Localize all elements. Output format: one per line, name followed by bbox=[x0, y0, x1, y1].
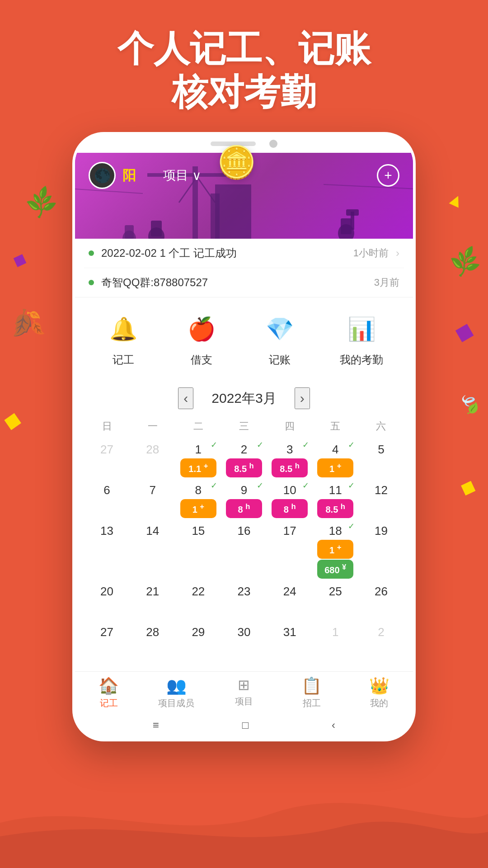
check-icon: ✓ bbox=[348, 521, 355, 531]
svg-rect-4 bbox=[215, 184, 251, 239]
day-cell-6[interactable]: 6 bbox=[84, 480, 130, 520]
notif-text-2: 奇智QQ群:878807527 bbox=[101, 275, 367, 290]
day-cell[interactable]: 28 bbox=[130, 439, 175, 480]
quick-actions: 🔔 记工 🍎 借支 💎 记账 📊 我的考勤 bbox=[75, 297, 413, 376]
svg-rect-7 bbox=[151, 221, 162, 236]
calendar-next-button[interactable]: › bbox=[295, 387, 310, 409]
day-cell-23[interactable]: 23 bbox=[221, 581, 267, 622]
coin-decoration: 🪙 bbox=[217, 144, 256, 181]
day-cell-27[interactable]: 27 bbox=[84, 622, 130, 662]
day-cell-10[interactable]: 10 ✓ 8 h bbox=[267, 480, 313, 520]
sys-back-button[interactable]: ‹ bbox=[332, 719, 335, 731]
day-cell-16[interactable]: 16 bbox=[221, 520, 267, 581]
day-cell-15[interactable]: 15 bbox=[175, 520, 221, 581]
day-cell-next-2[interactable]: 2 bbox=[358, 622, 404, 662]
jizhang-label: 记账 bbox=[269, 353, 291, 367]
check-icon: ✓ bbox=[211, 440, 217, 450]
check-icon: ✓ bbox=[211, 481, 217, 491]
day-cell-3[interactable]: 3 ✓ 8.5 h bbox=[267, 439, 313, 480]
bottom-nav: 🏠 记工 👥 项目成员 ⊞ 项目 📋 招工 👑 我的 bbox=[75, 671, 413, 712]
jiezhi-icon: 🍎 bbox=[183, 311, 220, 347]
day-badge-green: 680 ¥ bbox=[317, 560, 353, 579]
project-selector[interactable]: 项目 ∨ bbox=[163, 167, 202, 184]
calendar-header: ‹ 2022年3月 › bbox=[84, 381, 404, 416]
day-cell-11[interactable]: 11 ✓ 8.5 h bbox=[313, 480, 358, 520]
day-cell-25[interactable]: 25 bbox=[313, 581, 358, 622]
add-button[interactable]: + bbox=[377, 164, 399, 187]
nav-item-members[interactable]: 👥 项目成员 bbox=[143, 676, 211, 709]
weekday-tue: 二 bbox=[175, 416, 221, 437]
day-cell-30[interactable]: 30 bbox=[221, 622, 267, 662]
phone-frame: 🪙 bbox=[72, 132, 416, 741]
day-badge: 8.5 h bbox=[317, 499, 353, 518]
nav-mine-icon: 👑 bbox=[369, 676, 389, 695]
weekday-sun: 日 bbox=[84, 416, 130, 437]
day-cell-9[interactable]: 9 ✓ 8 h bbox=[221, 480, 267, 520]
action-jigong[interactable]: 🔔 记工 bbox=[105, 311, 141, 367]
notif-dot-2 bbox=[89, 280, 94, 285]
jizhang-icon: 💎 bbox=[262, 311, 298, 347]
day-cell-20[interactable]: 20 bbox=[84, 581, 130, 622]
nav-jigong-label: 记工 bbox=[100, 697, 118, 709]
day-cell-8[interactable]: 8 ✓ 1 + bbox=[175, 480, 221, 520]
day-cell-4[interactable]: 4 ✓ 1 + bbox=[313, 439, 358, 480]
day-cell[interactable]: 27 bbox=[84, 439, 130, 480]
day-cell-24[interactable]: 24 bbox=[267, 581, 313, 622]
sys-home-button[interactable]: □ bbox=[242, 719, 249, 731]
svg-rect-9 bbox=[341, 218, 352, 234]
notification-item-1[interactable]: 2022-02-02 1 个工 记工成功 1小时前 › bbox=[84, 239, 404, 268]
nav-project-label: 项目 bbox=[235, 695, 253, 708]
calendar-month-title: 2022年3月 bbox=[211, 389, 276, 408]
calendar-prev-button[interactable]: ‹ bbox=[178, 387, 193, 409]
day-cell-22[interactable]: 22 bbox=[175, 581, 221, 622]
day-cell-26[interactable]: 26 bbox=[358, 581, 404, 622]
hero-line2: 核对考勤 bbox=[172, 72, 316, 112]
day-cell-28[interactable]: 28 bbox=[130, 622, 175, 662]
user-name: 阳 bbox=[122, 166, 136, 185]
svg-rect-5 bbox=[211, 193, 220, 239]
day-cell-31[interactable]: 31 bbox=[267, 622, 313, 662]
day-cell-next-1[interactable]: 1 bbox=[313, 622, 358, 662]
nav-item-recruit[interactable]: 📋 招工 bbox=[278, 676, 346, 709]
check-icon: ✓ bbox=[348, 440, 355, 450]
day-cell-5[interactable]: 5 bbox=[358, 439, 404, 480]
day-cell-21[interactable]: 21 bbox=[130, 581, 175, 622]
day-cell-12[interactable]: 12 bbox=[358, 480, 404, 520]
action-kaoqin[interactable]: 📊 我的考勤 bbox=[340, 311, 383, 367]
notif-text-1: 2022-02-02 1 个工 记工成功 bbox=[101, 246, 346, 260]
day-cell-14[interactable]: 14 bbox=[130, 520, 175, 581]
day-cell-18[interactable]: 18 ✓ 1 + 680 ¥ bbox=[313, 520, 358, 581]
nav-item-mine[interactable]: 👑 我的 bbox=[345, 676, 413, 709]
phone-bottom-bar: ≡ □ ‹ bbox=[75, 712, 413, 739]
notification-item-2[interactable]: 奇智QQ群:878807527 3月前 bbox=[84, 268, 404, 297]
day-cell-19[interactable]: 19 bbox=[358, 520, 404, 581]
check-icon: ✓ bbox=[257, 481, 263, 491]
avatar[interactable]: 🌑 bbox=[89, 162, 116, 189]
day-cell-17[interactable]: 17 bbox=[267, 520, 313, 581]
day-cell-13[interactable]: 13 bbox=[84, 520, 130, 581]
sys-menu-button[interactable]: ≡ bbox=[153, 719, 159, 731]
day-badge: 8.5 h bbox=[226, 458, 262, 477]
weekday-fri: 五 bbox=[313, 416, 358, 437]
hero-line1: 个人记工、记账 bbox=[117, 28, 371, 69]
day-badge: 8 h bbox=[226, 499, 262, 518]
nav-members-icon: 👥 bbox=[166, 676, 187, 695]
day-cell-29[interactable]: 29 bbox=[175, 622, 221, 662]
chevron-down-icon: ∨ bbox=[192, 168, 202, 183]
check-icon: ✓ bbox=[302, 440, 309, 450]
action-jiezhi[interactable]: 🍎 借支 bbox=[183, 311, 220, 367]
day-cell-1[interactable]: 1 ✓ 1.1 + bbox=[175, 439, 221, 480]
calendar-weekdays: 日 一 二 三 四 五 六 bbox=[84, 416, 404, 437]
day-cell-7[interactable]: 7 bbox=[130, 480, 175, 520]
notifications-panel: 2022-02-02 1 个工 记工成功 1小时前 › 奇智QQ群:878807… bbox=[75, 239, 413, 297]
nav-item-project[interactable]: ⊞ 项目 bbox=[210, 676, 278, 709]
nav-mine-label: 我的 bbox=[370, 697, 388, 709]
calendar-week-5: 27 28 29 30 31 1 bbox=[84, 622, 404, 662]
jigong-icon: 🔔 bbox=[105, 311, 141, 347]
nav-item-jigong[interactable]: 🏠 记工 bbox=[75, 676, 143, 709]
day-badge: 1 + bbox=[317, 458, 353, 477]
action-jizhang[interactable]: 💎 记账 bbox=[262, 311, 298, 367]
day-cell-2[interactable]: 2 ✓ 8.5 h bbox=[221, 439, 267, 480]
day-badge: 8 h bbox=[272, 499, 308, 518]
day-badge-orange: 1 + bbox=[317, 540, 353, 559]
